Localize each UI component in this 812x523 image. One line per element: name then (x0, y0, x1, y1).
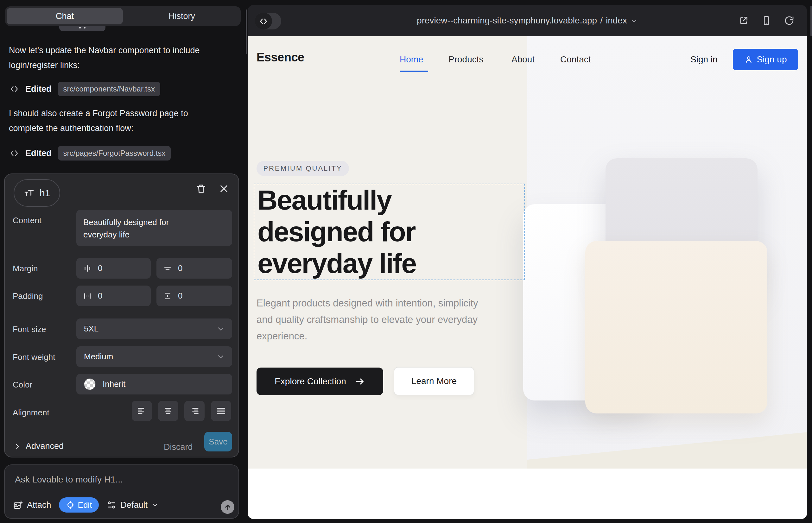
hero-section: Essence Home Products About Contact Sign… (248, 36, 807, 469)
edited-label: Edited (25, 148, 52, 158)
edited-file-row: Edited src/components/Navbar.tsx (10, 82, 160, 96)
padding-y-input[interactable]: 0 (156, 286, 232, 306)
padding-vertical-icon (163, 291, 172, 301)
code-icon (10, 84, 19, 94)
preview-window: preview--charming-site-symphony.lovable.… (248, 5, 807, 519)
code-icon (10, 148, 19, 158)
chat-history-tabbar: Chat History (5, 6, 241, 26)
h1-selection-outline[interactable]: Beautifully designed for everyday life (254, 184, 525, 280)
sliders-icon (106, 500, 117, 510)
chevron-down-icon (152, 501, 159, 509)
color-select[interactable]: Inherit (76, 374, 232, 395)
edit-mode-button[interactable]: Edit (59, 497, 99, 512)
save-button[interactable]: Save (204, 432, 232, 451)
site-viewport: Essence Home Products About Contact Sign… (248, 36, 807, 519)
preview-url: preview--charming-site-symphony.lovable.… (417, 16, 597, 26)
url-separator: / (600, 16, 603, 26)
chat-message: I should also create a Forgot Password p… (9, 106, 205, 136)
chat-message: Now let's update the Navbar component to… (9, 43, 205, 73)
dot-icon (84, 27, 86, 29)
window-scrollbar[interactable] (810, 6, 812, 36)
url-bar[interactable]: preview--charming-site-symphony.lovable.… (248, 5, 807, 36)
align-left-button[interactable] (132, 401, 152, 421)
explore-collection-button[interactable]: Explore Collection (257, 367, 383, 395)
prompt-input[interactable]: Ask Lovable to modify H1... (15, 474, 123, 485)
type-icon (24, 188, 35, 198)
align-justify-button[interactable] (211, 401, 231, 421)
toolbar-actions (739, 5, 794, 36)
decorative-card-cream (585, 241, 767, 413)
padding-x-input[interactable]: 0 (76, 286, 151, 306)
mode-select[interactable]: Default (106, 500, 159, 510)
tab-history[interactable]: History (123, 6, 241, 26)
quality-badge: PREMIUM QUALITY (257, 161, 349, 176)
prompt-box: Ask Lovable to modify H1... Attach Edit (4, 465, 239, 519)
next-section (248, 469, 807, 519)
arrow-right-icon (355, 376, 365, 386)
padding-horizontal-icon (83, 291, 92, 301)
attach-image-icon (13, 500, 23, 510)
learn-more-button[interactable]: Learn More (394, 367, 474, 395)
font-weight-select[interactable]: Medium (76, 346, 232, 367)
font-size-select[interactable]: 5XL (76, 319, 232, 339)
preview-page: index (606, 16, 627, 26)
open-external-icon[interactable] (739, 16, 749, 26)
refresh-icon[interactable] (784, 16, 794, 26)
nav-link-products[interactable]: Products (448, 54, 483, 65)
margin-horizontal-icon (83, 264, 92, 273)
element-tag-label: h1 (40, 188, 50, 198)
delete-element-button[interactable] (195, 182, 208, 195)
file-path-chip[interactable]: src/pages/ForgotPassword.tsx (58, 146, 171, 161)
user-icon (744, 55, 753, 64)
font-weight-label: Font weight (13, 353, 55, 362)
prompt-toolbar: Attach Edit Default (13, 497, 159, 512)
nav-link-contact[interactable]: Contact (560, 54, 591, 65)
tab-chat[interactable]: Chat (7, 8, 123, 24)
preview-toolbar: preview--charming-site-symphony.lovable.… (248, 5, 807, 36)
target-icon (66, 501, 75, 509)
color-swatch (84, 378, 96, 390)
scrolled-pill (59, 26, 105, 31)
nav-link-home[interactable]: Home (400, 54, 423, 65)
sign-up-button[interactable]: Sign up (733, 49, 798, 70)
content-input[interactable]: Beautifully designed for everyday life (76, 210, 232, 246)
code-icon (254, 13, 272, 30)
chevron-down-icon (216, 325, 225, 333)
align-center-button[interactable] (158, 401, 178, 421)
attach-button[interactable]: Attach (13, 500, 51, 510)
padding-label: Padding (13, 291, 43, 301)
color-label: Color (13, 380, 32, 390)
dot-icon (79, 27, 81, 29)
nav-active-underline (400, 71, 428, 72)
hero-subtext: Elegant products designed with intention… (257, 295, 478, 344)
code-preview-toggle[interactable] (254, 13, 281, 30)
hero-headline[interactable]: Beautifully designed for everyday life (258, 184, 492, 279)
discard-button[interactable]: Discard (164, 442, 193, 452)
element-tag-badge[interactable]: h1 (14, 179, 60, 207)
mobile-view-icon[interactable] (761, 16, 772, 26)
send-button[interactable] (221, 500, 234, 514)
file-path-chip[interactable]: src/components/Navbar.tsx (58, 82, 160, 96)
font-size-label: Font size (13, 325, 46, 334)
content-label: Content (13, 216, 41, 226)
chevron-right-icon (14, 443, 21, 450)
lovable-app: Chat History Now let's update the Navbar… (0, 0, 812, 523)
site-logo[interactable]: Essence (257, 51, 304, 64)
close-panel-button[interactable] (217, 182, 230, 195)
margin-label: Margin (13, 264, 38, 273)
margin-vertical-icon (163, 264, 172, 273)
chevron-down-icon (630, 17, 638, 25)
sign-in-link[interactable]: Sign in (690, 54, 718, 65)
edited-label: Edited (25, 84, 52, 94)
alignment-label: Alignment (13, 408, 49, 418)
element-editor-panel: h1 Content Beautifully designed for ever… (4, 174, 239, 457)
margin-x-input[interactable]: 0 (76, 258, 151, 278)
nav-link-about[interactable]: About (511, 54, 534, 65)
align-right-button[interactable] (184, 401, 205, 421)
chevron-down-icon (216, 353, 225, 361)
margin-y-input[interactable]: 0 (156, 258, 232, 278)
chat-scrollbar[interactable] (246, 10, 247, 54)
advanced-toggle[interactable]: Advanced (14, 441, 64, 451)
edited-file-row: Edited src/pages/ForgotPassword.tsx (10, 146, 171, 161)
